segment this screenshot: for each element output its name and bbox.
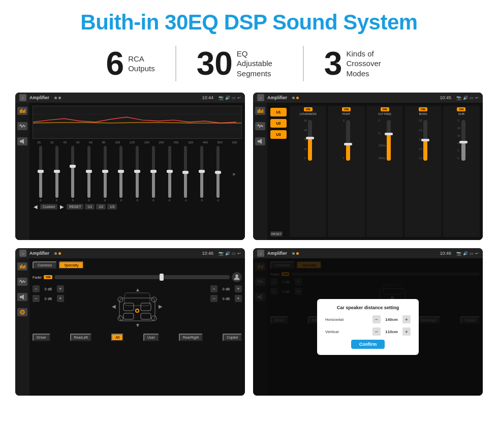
eq-u2-btn[interactable]: U2	[96, 204, 106, 210]
vol-plus-2[interactable]: +	[57, 295, 64, 302]
svg-point-23	[21, 311, 23, 313]
all-btn[interactable]: All	[111, 334, 123, 341]
svg-rect-13	[262, 109, 263, 113]
bass-on-badge[interactable]: ON	[419, 107, 427, 111]
eq-icon[interactable]	[17, 107, 27, 115]
vol-plus-1[interactable]: +	[57, 285, 64, 292]
eq-slider-25[interactable]: 0	[39, 146, 42, 202]
svg-marker-5	[21, 139, 24, 144]
fader-label: Fader	[33, 276, 42, 279]
eq-slider-320[interactable]: -1	[216, 146, 220, 202]
home-icon-3[interactable]: ⌂	[19, 250, 26, 257]
dialog-battery-icon: ▭	[470, 251, 474, 256]
svg-rect-3	[24, 109, 25, 113]
amp-u3-btn[interactable]: U3	[270, 130, 287, 139]
rearleft-btn[interactable]: RearLeft	[70, 334, 92, 341]
vol-minus-2[interactable]: −	[33, 295, 40, 302]
eq-slider-200[interactable]: -1	[184, 146, 187, 202]
svg-marker-21	[21, 294, 24, 300]
right-volumes: − 0 dB + − 0 dB +	[210, 285, 242, 331]
home-icon-2[interactable]: ⌂	[257, 94, 264, 101]
home-icon[interactable]: ⌂	[19, 94, 26, 101]
tab-specialty[interactable]: Specialty	[59, 261, 83, 269]
fader-speaker-icon2[interactable]	[17, 293, 27, 301]
loudness-on-badge[interactable]: ON	[304, 107, 313, 111]
vol-minus-3[interactable]: −	[210, 285, 217, 292]
fader-wave-icon[interactable]	[17, 278, 27, 286]
wave-icon[interactable]	[17, 122, 27, 130]
fader-back-icon[interactable]: ↩	[237, 251, 241, 256]
vol-plus-4[interactable]: +	[235, 295, 242, 302]
speaker-small-icon[interactable]	[17, 137, 27, 145]
horizontal-plus-btn[interactable]: +	[402, 315, 411, 323]
fader-h-slider[interactable]	[54, 275, 230, 279]
horizontal-minus-btn[interactable]: −	[372, 315, 381, 323]
svg-rect-10	[258, 110, 259, 113]
phat-slider[interactable]	[346, 120, 350, 161]
eq-slider-80[interactable]: 0	[119, 146, 122, 202]
freq-80: 80	[102, 141, 106, 144]
eq-u1-btn[interactable]: U1	[85, 204, 95, 210]
amp-reset-btn[interactable]: RESET	[270, 231, 283, 236]
eq-prev-btn[interactable]: ◀	[33, 204, 39, 210]
vol-row-2: − 0 dB +	[33, 295, 64, 302]
eq-play-btn[interactable]: ▶	[59, 204, 65, 210]
vertical-minus-btn[interactable]: −	[372, 327, 381, 336]
loudness-slider[interactable]	[308, 120, 312, 161]
eq-custom-btn[interactable]: Custom	[40, 204, 57, 210]
copilot-btn[interactable]: Copilot	[223, 334, 242, 341]
amp-screen-content: U1 U2 U3 RESET ON LOUDNESS	[253, 103, 483, 240]
amp-speaker-icon2[interactable]	[255, 137, 265, 145]
sub-slider[interactable]	[461, 120, 465, 161]
driver-btn[interactable]: Driver	[33, 334, 50, 341]
eq-reset-btn[interactable]: RESET	[67, 204, 83, 210]
vol-row-4: − 0 dB +	[210, 295, 242, 302]
dialog-time: 10:46	[440, 251, 451, 256]
cutfreq-on-badge[interactable]: ON	[381, 107, 389, 111]
eq-slider-160[interactable]: 0	[168, 146, 171, 202]
fader-on-badge[interactable]: ON	[44, 275, 52, 279]
page-title: Buith-in 30EQ DSP Sound System	[15, 10, 483, 35]
amp-screen-card: ⌂ Amplifier 10:45 📷 🔊 ▭ ↩	[253, 93, 483, 240]
eq-screen-card: ⌂ Amplifier 10:44 📷 🔊 ▭ ↩	[15, 93, 245, 240]
sub-on-badge[interactable]: ON	[457, 107, 465, 111]
eq-slider-63[interactable]: 0	[104, 146, 107, 202]
status-icons: 📷 🔊 ▭ ↩	[219, 96, 241, 100]
dialog-status-icons: 📷 🔊 ▭ ↩	[456, 251, 479, 256]
home-icon-4[interactable]: ⌂	[257, 250, 264, 257]
tab-common[interactable]: Common	[33, 261, 57, 269]
status-dots	[54, 97, 61, 99]
fader-surround-icon[interactable]	[17, 308, 27, 316]
amp-u2-btn[interactable]: U2	[270, 119, 287, 128]
eq-slider-125[interactable]: 0	[152, 146, 155, 202]
eq-slider-100[interactable]: 0	[136, 146, 139, 202]
phat-on-badge[interactable]: ON	[342, 107, 351, 111]
confirm-button[interactable]: Confirm	[351, 340, 385, 349]
eq-slider-50[interactable]: 0	[87, 146, 90, 202]
back-icon[interactable]: ↩	[237, 96, 241, 100]
vertical-plus-btn[interactable]: +	[402, 327, 411, 336]
amp-u1-btn[interactable]: U1	[270, 108, 287, 116]
skip-icon[interactable]: »	[232, 171, 235, 177]
speaker-layout: − 0 dB + − 0 dB +	[33, 285, 242, 331]
eq-slider-40[interactable]: 5	[71, 146, 74, 202]
amp-wave-icon[interactable]	[255, 122, 265, 130]
amp-back-icon[interactable]: ↩	[475, 96, 479, 100]
eq-slider-250[interactable]: 0	[200, 146, 203, 202]
rearright-btn[interactable]: RearRight	[179, 334, 203, 341]
amp-eq-icon[interactable]	[255, 107, 265, 115]
dialog-back-icon[interactable]: ↩	[475, 251, 479, 256]
fader-tabs: Common Specialty	[33, 261, 242, 269]
eq-u3-btn[interactable]: U3	[107, 204, 117, 210]
vol-minus-4[interactable]: −	[210, 295, 217, 302]
vol-minus-1[interactable]: −	[33, 285, 40, 292]
amp-main-panel: U1 U2 U3 RESET ON LOUDNESS	[267, 103, 483, 240]
vol-plus-3[interactable]: +	[235, 285, 242, 292]
bass-slider[interactable]	[423, 120, 427, 161]
svg-rect-19	[24, 265, 25, 268]
fader-eq-icon[interactable]	[17, 262, 27, 271]
eq-slider-32[interactable]: 0	[55, 146, 58, 202]
user-btn[interactable]: User	[143, 334, 159, 341]
cutfreq-slider[interactable]	[387, 120, 391, 161]
dialog-dot2	[296, 252, 299, 255]
